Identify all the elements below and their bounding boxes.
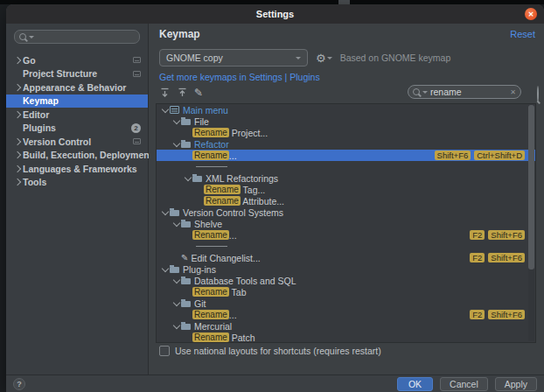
sidebar-search-input[interactable] [14, 30, 140, 44]
checkbox[interactable] [159, 346, 170, 356]
search-match-highlight: Rename [192, 128, 229, 137]
tree-folder-row[interactable]: Main menu [157, 104, 535, 116]
tree-action-row[interactable]: Rename...F2Shift+F6 [157, 309, 535, 320]
search-match-highlight: Rename [192, 230, 229, 240]
tree-action-row[interactable]: Rename...F2Shift+F6 [157, 229, 535, 241]
sidebar-item-project-structure[interactable]: Project Structure [6, 67, 148, 81]
get-more-keymaps-link[interactable]: Get more keymaps in Settings | Plugins [159, 72, 320, 82]
chevron-down-icon[interactable] [161, 207, 168, 214]
tree-folder-row[interactable]: Refactor [157, 138, 535, 150]
tree-separator-row[interactable] [157, 161, 535, 172]
chevron-down-icon[interactable] [172, 219, 179, 226]
tree-action-row[interactable]: Rename Attribute... [157, 195, 535, 206]
cancel-button[interactable]: Cancel [440, 377, 488, 391]
find-by-shortcut-icon[interactable] [537, 87, 539, 102]
chevron-down-icon[interactable] [172, 116, 179, 123]
sidebar-item-plugins[interactable]: Plugins2 [6, 122, 148, 136]
sidebar-item-languages-frameworks[interactable]: Languages & Frameworks [6, 162, 148, 176]
settings-dialog: Settings ✕ GoProject StructureAppearance… [6, 4, 544, 392]
sidebar-item-go[interactable]: Go [6, 53, 148, 67]
sidebar-item-editor[interactable]: Editor [6, 108, 148, 122]
tree-folder-row[interactable]: Plug-ins [157, 263, 535, 275]
chevron-down-icon[interactable] [172, 139, 179, 146]
collapse-all-icon[interactable] [177, 87, 188, 98]
shortcut-search-input[interactable]: rename ✕ [408, 85, 521, 99]
tree-action-row[interactable]: ✎Edit Changelist...F2Shift+F6 [157, 252, 535, 263]
search-icon [413, 88, 420, 95]
tree-separator-row[interactable] [157, 241, 535, 252]
chevron-slot [12, 166, 23, 172]
expand-all-icon[interactable] [159, 87, 171, 98]
tree-action-row[interactable]: Rename...Shift+F6Ctrl+Shift+D [157, 150, 535, 161]
sidebar-item-tools[interactable]: Tools [6, 176, 148, 190]
clear-search-icon[interactable]: ✕ [510, 88, 516, 96]
edit-shortcut-icon[interactable]: ✎ [194, 88, 203, 98]
chevron-right-icon[interactable] [14, 84, 21, 91]
shortcut-badge: Shift+F6 [488, 253, 525, 262]
chevron-down-icon[interactable] [161, 264, 168, 271]
tree-folder-row[interactable]: Git [157, 298, 535, 309]
search-match-highlight: Rename [192, 150, 229, 160]
sidebar-item-keymap[interactable]: Keymap [6, 94, 148, 108]
chevron-down-icon[interactable] [184, 173, 191, 180]
close-icon[interactable]: ✕ [525, 8, 537, 20]
chevron-down-icon[interactable] [161, 105, 168, 112]
sidebar-item-build-execution-deployment[interactable]: Build, Execution, Deployment [6, 149, 148, 163]
tree-folder-row[interactable]: XML Refactorings [157, 172, 535, 184]
scrollbar[interactable] [528, 105, 534, 341]
titlebar[interactable]: Settings ✕ [6, 4, 544, 24]
folder-icon [181, 221, 191, 228]
search-match-highlight: Rename [204, 196, 241, 206]
chevron-right-icon[interactable] [14, 111, 21, 118]
shortcut-badge: F2 [470, 253, 485, 262]
tree-action-row[interactable]: Rename Tag... [157, 184, 535, 195]
chevron-down-icon[interactable] [172, 321, 179, 328]
tree-action-row[interactable]: Rename Tab [157, 286, 535, 298]
sidebar-item-label: Appearance & Behavior [23, 82, 126, 93]
action-label: ... [229, 150, 237, 161]
chevron-right-icon[interactable] [14, 165, 21, 172]
ok-button[interactable]: OK [397, 377, 433, 391]
chevron-slot [12, 179, 23, 185]
chevron-slot [12, 85, 23, 90]
chevron-right-icon[interactable] [14, 151, 21, 158]
national-layouts-option[interactable]: Use national layouts for shortcuts (requ… [159, 346, 381, 356]
chevron-right-icon[interactable] [14, 138, 21, 145]
shortcut-badge: Ctrl+Shift+D [474, 150, 525, 160]
gear-icon: ⚙ [316, 52, 326, 64]
chevron-down-icon[interactable] [172, 276, 179, 283]
sidebar-item-version-control[interactable]: Version Control [6, 135, 148, 149]
chevron-down-icon [296, 57, 301, 60]
reset-link[interactable]: Reset [510, 29, 535, 39]
keymap-panel: Keymap Reset GNOME copy ⚙ Based on GNOME… [149, 24, 544, 374]
tree-folder-row[interactable]: Mercurial [157, 320, 535, 332]
tree-action-row[interactable]: Rename Project... [157, 127, 535, 138]
sidebar-item-label: Go [23, 55, 36, 66]
settings-sidebar: GoProject StructureAppearance & Behavior… [6, 24, 149, 374]
tree-folder-row[interactable]: File [157, 116, 535, 127]
shortcut-badge: Shift+F6 [488, 230, 525, 240]
sidebar-items: GoProject StructureAppearance & Behavior… [6, 53, 148, 189]
action-label: Tag... [241, 185, 265, 195]
scope-icon [133, 57, 141, 63]
tree-folder-row[interactable]: Version Control Systems [157, 206, 535, 218]
tree-folder-row[interactable]: Shelve [157, 218, 535, 229]
keymap-scheme-value: GNOME copy [166, 52, 223, 63]
tree-folder-row[interactable]: Database Tools and SQL [157, 275, 535, 286]
sidebar-item-appearance-behavior[interactable]: Appearance & Behavior [6, 80, 148, 94]
tree-node-label: File [194, 116, 209, 127]
folder-icon [181, 324, 191, 330]
chevron-right-icon[interactable] [14, 178, 21, 186]
tree-node-label: Version Control Systems [183, 207, 283, 218]
scrollbar-thumb[interactable] [528, 105, 534, 270]
search-match-highlight: Rename [204, 185, 241, 194]
chevron-right-icon[interactable] [14, 57, 21, 64]
apply-button[interactable]: Apply [495, 377, 537, 391]
search-match-highlight: Rename [192, 287, 229, 297]
keymap-scheme-dropdown[interactable]: GNOME copy [159, 49, 308, 66]
chevron-down-icon[interactable] [172, 298, 179, 305]
help-button[interactable]: ? [13, 378, 25, 390]
tree-action-row[interactable]: Rename Patch [157, 332, 535, 343]
tree-node-label: Mercurial [194, 321, 232, 332]
scheme-settings-button[interactable]: ⚙ [316, 52, 332, 64]
